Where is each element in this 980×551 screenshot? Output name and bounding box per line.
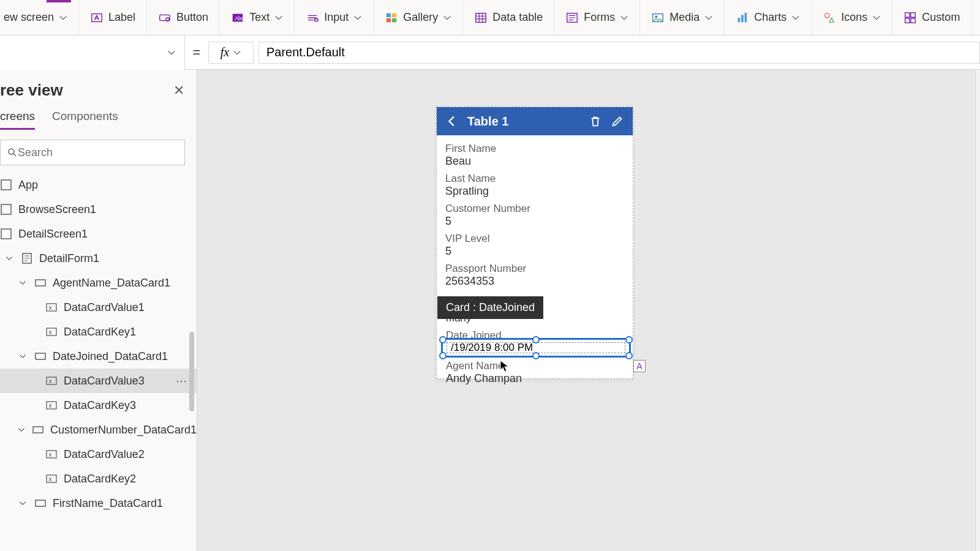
label-icon [45, 399, 58, 411]
resize-handle[interactable] [532, 352, 540, 359]
back-icon[interactable] [445, 114, 459, 128]
close-icon[interactable]: ✕ [173, 83, 184, 99]
formula-value: Parent.Default [266, 45, 345, 59]
chevron-down-icon [620, 13, 628, 22]
tree-view-panel: ree view ✕ creens Components App BrowseS… [0, 70, 197, 551]
gallery-label: Gallery [403, 11, 438, 24]
chevron-down-icon [59, 13, 67, 22]
label-button[interactable]: Label [79, 0, 147, 36]
node-label: DataCardValue2 [64, 448, 145, 461]
tree-node-dck2[interactable]: DataCardKey2 [0, 467, 197, 491]
right-rail [975, 70, 980, 551]
svg-rect-29 [47, 328, 56, 335]
new-screen-button[interactable]: ew screen [4, 0, 79, 36]
search-icon [7, 147, 18, 158]
property-selector[interactable] [0, 36, 185, 70]
tab-components[interactable]: Components [52, 110, 118, 130]
new-screen-label: ew screen [4, 11, 54, 24]
field-value: Beau [445, 155, 624, 168]
tree-node-detailscreen[interactable]: DetailScreen1 [0, 222, 197, 246]
tree-node-dcv1[interactable]: DataCardValue1 [0, 295, 197, 320]
forms-label: Forms [584, 11, 615, 24]
formula-bar: = fx Parent.Default [0, 36, 980, 70]
tree-node-firstcard[interactable]: FirstName_DataCard1 [0, 491, 197, 515]
accessibility-badge[interactable]: A [633, 360, 646, 372]
data-table-button[interactable]: Data table [463, 0, 554, 36]
chevron-down-icon[interactable] [17, 353, 28, 360]
tree-node-agentcard[interactable]: AgentName_DataCard1 [0, 271, 197, 295]
icons-label: Icons [841, 11, 867, 24]
charts-button[interactable]: Charts [725, 0, 812, 36]
fx-button[interactable]: fx [208, 42, 254, 64]
tree-search[interactable] [0, 140, 185, 165]
svg-rect-20 [905, 18, 910, 22]
svg-point-17 [825, 13, 829, 17]
custom-label: Custom [922, 11, 960, 24]
trash-icon[interactable] [589, 114, 602, 128]
resize-handle[interactable] [625, 336, 633, 343]
input-button[interactable]: Input [295, 0, 374, 36]
svg-rect-23 [1, 180, 11, 190]
resize-handle[interactable] [439, 352, 447, 359]
chevron-down-icon [704, 13, 713, 22]
gallery-button[interactable]: Gallery [374, 0, 463, 36]
field-value: 5 [445, 215, 624, 228]
more-icon[interactable]: ⋯ [176, 374, 187, 388]
media-label: Media [669, 11, 699, 24]
agent-name-label: Agent Name [446, 360, 504, 372]
data-table-label: Data table [492, 11, 543, 24]
forms-icon [565, 11, 579, 24]
screen-icon [0, 203, 12, 216]
selected-control[interactable]: /19/2019 8:00 PM [441, 338, 631, 358]
formula-input[interactable]: Parent.Default [258, 42, 980, 64]
app-icon [0, 179, 12, 191]
canvas[interactable]: Table 1 First NameBeau Last NameSpratlin… [197, 70, 975, 551]
tree-node-dck3[interactable]: DataCardKey3 [0, 393, 197, 418]
custom-button[interactable]: Custom [892, 0, 971, 36]
svg-rect-34 [47, 451, 56, 458]
tree-node-custcard[interactable]: CustomerNumber_DataCard1 [0, 418, 197, 442]
svg-rect-24 [1, 204, 11, 214]
resize-handle[interactable] [625, 352, 633, 359]
chevron-down-icon[interactable] [17, 426, 26, 433]
tab-screens[interactable]: creens [0, 110, 35, 130]
svg-rect-8 [386, 18, 391, 21]
form-icon [21, 252, 33, 264]
tree-node-dcv3[interactable]: DataCardValue3 ⋯ [0, 369, 197, 393]
tree-node-dcv2[interactable]: DataCardValue2 [0, 442, 197, 467]
tree-node-detailform[interactable]: DetailForm1 [0, 246, 197, 271]
resize-handle[interactable] [439, 336, 447, 343]
svg-text:Abc: Abc [235, 15, 244, 21]
chevron-down-icon [872, 13, 881, 22]
svg-rect-5 [315, 18, 318, 21]
media-button[interactable]: Media [640, 0, 725, 36]
chevron-down-icon[interactable] [4, 255, 15, 262]
icons-button[interactable]: Icons [812, 0, 892, 36]
tree-node-dck1[interactable]: DataCardKey1 [0, 320, 197, 344]
tree-scrollbar[interactable] [189, 332, 194, 411]
search-input[interactable] [18, 146, 178, 159]
chevron-down-icon [274, 13, 283, 22]
charts-label: Charts [754, 11, 786, 24]
fx-label: fx [221, 45, 229, 59]
tree-node-browse[interactable]: BrowseScreen1 [0, 197, 197, 222]
custom-icon [903, 11, 917, 24]
tree-node-datecard[interactable]: DateJoined_DataCard1 [0, 344, 197, 369]
text-button[interactable]: Abc Text [220, 0, 295, 36]
svg-rect-28 [47, 304, 56, 311]
resize-handle[interactable] [532, 336, 540, 343]
chevron-down-icon[interactable] [17, 500, 28, 507]
button-button[interactable]: Button [147, 0, 220, 36]
tree-node-app[interactable]: App [0, 173, 197, 197]
chevron-down-icon[interactable] [17, 279, 28, 287]
forms-button[interactable]: Forms [554, 0, 640, 36]
node-label: App [18, 179, 38, 192]
svg-rect-10 [476, 13, 486, 22]
screen-icon [0, 228, 12, 240]
node-label: DataCardKey1 [64, 326, 136, 339]
label-text: Label [108, 11, 135, 24]
text-label: Text [249, 11, 270, 24]
edit-icon[interactable] [611, 114, 624, 128]
field-value: Spratling [445, 185, 624, 198]
label-icon [45, 326, 58, 338]
